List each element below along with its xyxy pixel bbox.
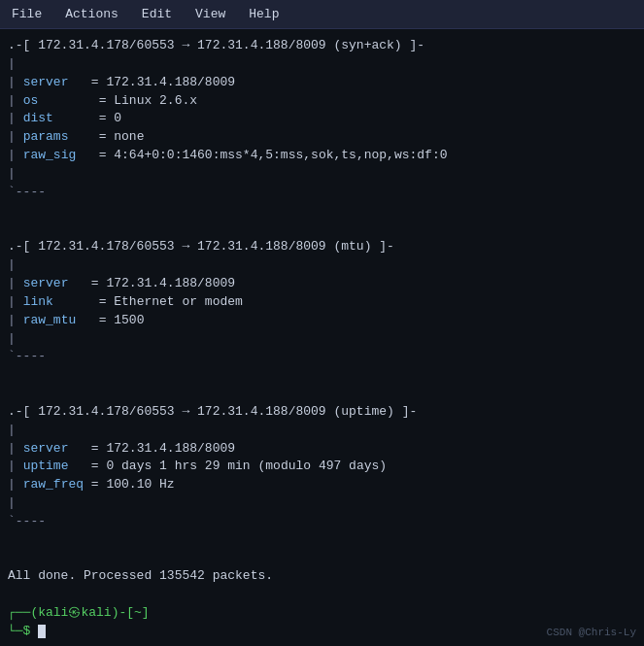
menu-help[interactable]: Help	[245, 5, 283, 23]
menu-bar: File Actions Edit View Help	[0, 0, 644, 29]
terminal-line: |	[8, 422, 636, 440]
menu-edit[interactable]: Edit	[138, 5, 176, 23]
terminal-line: |	[8, 494, 636, 513]
terminal-line	[8, 586, 636, 604]
terminal-line: .-[ 172.31.4.178/60553 → 172.31.4.188/80…	[8, 403, 636, 422]
terminal-line: `----	[8, 184, 636, 202]
terminal-line: | raw_mtu = 1500	[8, 312, 636, 330]
cursor	[38, 625, 46, 638]
terminal-line: .-[ 172.31.4.178/60553 → 172.31.4.188/80…	[8, 238, 636, 256]
terminal-line: | server = 172.31.4.188/8009	[8, 440, 636, 459]
menu-actions[interactable]: Actions	[61, 5, 122, 23]
watermark: CSDN @Chris-Ly	[547, 627, 636, 638]
terminal-line: | link = Ethernet or modem	[8, 293, 636, 312]
terminal-line: |	[8, 256, 636, 275]
terminal-line	[8, 385, 636, 403]
terminal-line: | dist = 0	[8, 110, 636, 128]
terminal-line: .-[ 172.31.4.178/60553 → 172.31.4.188/80…	[8, 37, 636, 55]
terminal-line: |	[8, 165, 636, 184]
terminal-line	[8, 531, 636, 550]
terminal-line	[8, 220, 636, 238]
terminal-line: | raw_sig = 4:64+0:0:1460:mss*4,5:mss,so…	[8, 147, 636, 165]
menu-file[interactable]: File	[8, 5, 46, 23]
terminal-line	[8, 366, 636, 385]
terminal-line: All done. Processed 135542 packets.	[8, 567, 636, 586]
terminal-line: | raw_freq = 100.10 Hz	[8, 476, 636, 494]
terminal-line: |	[8, 55, 636, 74]
terminal: .-[ 172.31.4.178/60553 → 172.31.4.188/80…	[0, 29, 644, 646]
prompt-line: └─$	[8, 623, 636, 641]
terminal-line: | os = Linux 2.6.x	[8, 92, 636, 111]
terminal-line	[8, 202, 636, 221]
terminal-line: ┌──(kali㉿kali)-[~]	[8, 604, 636, 623]
terminal-line: | server = 172.31.4.188/8009	[8, 275, 636, 293]
terminal-line: |	[8, 330, 636, 349]
terminal-line: `----	[8, 348, 636, 366]
terminal-line: `----	[8, 513, 636, 531]
terminal-line	[8, 550, 636, 568]
terminal-line: | server = 172.31.4.188/8009	[8, 74, 636, 92]
terminal-line: | params = none	[8, 128, 636, 147]
menu-view[interactable]: View	[191, 5, 229, 23]
terminal-line: | uptime = 0 days 1 hrs 29 min (modulo 4…	[8, 458, 636, 476]
